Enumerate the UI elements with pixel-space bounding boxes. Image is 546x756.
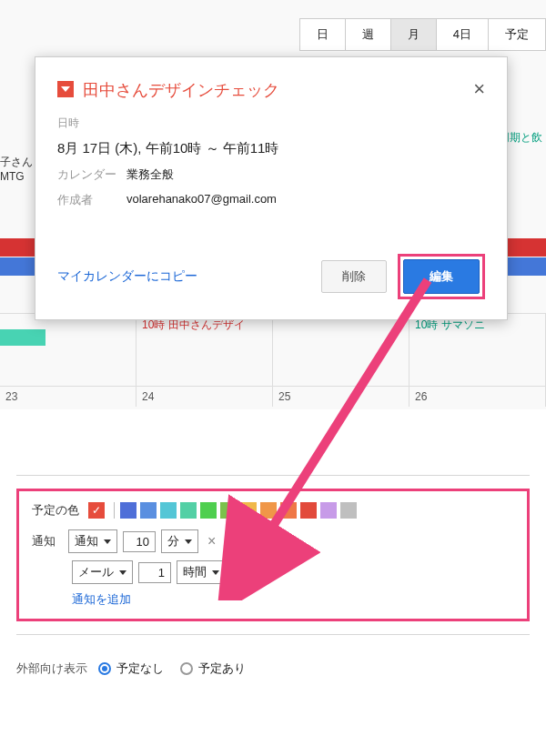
- edit-button[interactable]: 編集: [403, 259, 480, 294]
- radio-label: 予定あり: [198, 660, 246, 677]
- creator-email: volarehanako07@gmail.com: [126, 192, 277, 208]
- notification-type-select[interactable]: 通知: [68, 529, 117, 553]
- add-notification-link[interactable]: 通知を追加: [72, 591, 514, 608]
- color-swatch[interactable]: [340, 502, 357, 519]
- color-swatch[interactable]: [200, 502, 217, 519]
- event-text[interactable]: 10時 サマソニ: [415, 318, 485, 331]
- event-block[interactable]: [0, 329, 46, 346]
- color-swatch[interactable]: [320, 502, 337, 519]
- notification-label: 通知: [32, 533, 68, 549]
- tab-4day[interactable]: 4日: [437, 19, 489, 50]
- color-swatch[interactable]: [300, 502, 317, 519]
- radio-icon: [180, 662, 193, 675]
- event-datetime: 8月 17日 (木), 午前10時 ～ 午前11時: [57, 140, 485, 157]
- view-tabs: 日 週 月 4日 予定: [299, 18, 546, 51]
- tab-day[interactable]: 日: [300, 19, 346, 50]
- notification-value-input[interactable]: 10: [123, 531, 156, 552]
- calendar-color-icon[interactable]: [57, 81, 74, 97]
- notification-row: メール 1 時間 ×: [32, 560, 514, 584]
- event-text[interactable]: 10時 田中さんデザイ: [142, 318, 245, 331]
- radio-label: 予定なし: [116, 660, 164, 677]
- calendar-name: 業務全般: [126, 166, 174, 183]
- visibility-row: 外部向け表示 予定なし 予定あり: [16, 648, 530, 695]
- visibility-busy-radio[interactable]: 予定あり: [180, 660, 246, 677]
- notification-value-input[interactable]: 1: [138, 562, 171, 583]
- day-number[interactable]: 25: [273, 386, 410, 407]
- event-popup: 田中さんデザインチェック × 日時 8月 17日 (木), 午前10時 ～ 午前…: [35, 56, 508, 320]
- visibility-label: 外部向け表示: [16, 660, 98, 677]
- divider: [114, 502, 115, 519]
- day-number[interactable]: 23: [0, 386, 136, 407]
- event-snippet: MTG: [0, 170, 33, 183]
- color-swatch[interactable]: [120, 502, 136, 519]
- creator-label: 作成者: [57, 192, 126, 208]
- color-swatch[interactable]: [140, 502, 157, 519]
- tab-week[interactable]: 週: [346, 19, 391, 50]
- tab-schedule[interactable]: 予定: [489, 19, 546, 50]
- notification-type-select[interactable]: メール: [72, 560, 133, 584]
- visibility-free-radio[interactable]: 予定なし: [98, 660, 164, 677]
- color-notification-highlight: 予定の色 ✓ 通知 通知 10 分 × メール 1 時間 × 通知を追加: [16, 489, 530, 621]
- remove-notification-icon[interactable]: ×: [207, 533, 216, 549]
- color-swatch[interactable]: [180, 502, 197, 519]
- close-icon[interactable]: ×: [473, 79, 485, 99]
- copy-to-my-calendar-link[interactable]: マイカレンダーにコピー: [57, 268, 197, 285]
- color-swatch[interactable]: [240, 502, 257, 519]
- datetime-label: 日時: [57, 116, 485, 131]
- color-swatch[interactable]: [280, 502, 297, 519]
- color-swatch[interactable]: [260, 502, 277, 519]
- event-snippet: 子さん: [0, 155, 33, 170]
- selected-color-swatch[interactable]: ✓: [88, 502, 105, 519]
- radio-icon: [98, 662, 111, 675]
- color-swatch[interactable]: [160, 502, 177, 519]
- day-number[interactable]: 24: [136, 386, 273, 407]
- tab-month[interactable]: 月: [391, 19, 437, 50]
- calendar-background: 日 週 月 4日 予定 0 同期と飲 子さん MTG 10時 田中さんデザイ 1…: [0, 0, 546, 409]
- notification-row: 通知 通知 10 分 ×: [32, 529, 514, 553]
- edit-button-highlight: 編集: [398, 254, 485, 299]
- day-number[interactable]: 26: [410, 386, 546, 407]
- event-title[interactable]: 田中さんデザインチェック: [83, 79, 473, 101]
- calendar-row: 10時 田中さんデザイ 10時 サマソニ: [0, 313, 546, 386]
- calendar-label: カレンダー: [57, 166, 126, 183]
- delete-button[interactable]: 削除: [321, 260, 387, 293]
- event-color-label: 予定の色: [32, 502, 79, 519]
- color-swatch[interactable]: [220, 502, 237, 519]
- notification-unit-select[interactable]: 時間: [177, 560, 226, 584]
- event-color-row: 予定の色 ✓: [32, 502, 514, 519]
- notification-unit-select[interactable]: 分: [161, 529, 198, 553]
- remove-notification-icon[interactable]: ×: [235, 564, 243, 580]
